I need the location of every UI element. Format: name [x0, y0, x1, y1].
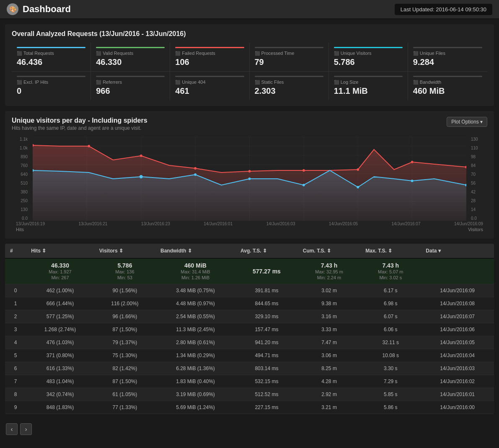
stat-bandwidth: ⬛ Bandwidth460 MiB — [408, 72, 487, 100]
summary-cum-ts: 7.43 hMax: 32.95 mMin: 2.24 m — [298, 258, 360, 284]
column-header[interactable]: # — [5, 244, 26, 258]
stat-value-valid-requests: 46.330 — [96, 57, 165, 67]
row-visitors: 87 (1.50%) — [94, 323, 155, 336]
row-avg-ts: 157.47 ms — [235, 323, 298, 336]
y-right-label: 98 — [471, 154, 485, 159]
row-avg-ts: 941.20 ms — [235, 336, 298, 349]
chart-subtitle: Hits having the same IP, date and agent … — [12, 125, 147, 131]
row-num: 5 — [5, 349, 26, 362]
prev-page-button[interactable]: ‹ — [6, 423, 18, 435]
row-data: 14/Jun/2016:03 — [421, 362, 494, 375]
y-left-label: 0.0 — [16, 216, 28, 221]
row-cum-ts: 3.16 m — [298, 310, 360, 323]
svg-point-25 — [411, 161, 414, 163]
column-header[interactable]: Visitors ⇕ — [94, 244, 155, 258]
x-label: 14/Jun/2016:05 — [329, 221, 358, 226]
dashboard-icon: 🎨 — [7, 3, 18, 15]
x-label: 13/Jun/2016:21 — [78, 221, 107, 226]
row-cum-ts: 3.33 m — [298, 323, 360, 336]
row-bandwidth: 11.3 MiB (2.45%) — [155, 323, 235, 336]
x-label: 14/Jun/2016:01 — [204, 221, 233, 226]
row-num: 3 — [5, 323, 26, 336]
row-avg-ts: 512.52 ms — [235, 388, 298, 401]
chart-title: Unique visitors per day - Including spid… — [12, 117, 147, 124]
header-title-group: 🎨 Dashboard — [7, 3, 71, 15]
chart-y-left: 1.1k1.0k8907606405103802501300.0 — [16, 137, 28, 221]
row-avg-ts: 844.65 ms — [235, 297, 298, 310]
table-row: 4 476 (1.03%) 79 (1.37%) 2.80 MiB (0.61%… — [5, 336, 494, 349]
row-bandwidth: 2.80 MiB (0.61%) — [155, 336, 235, 349]
x-label: 14/Jun/2016:03 — [266, 221, 295, 226]
row-bandwidth: 3.19 MiB (0.69%) — [155, 388, 235, 401]
svg-point-31 — [248, 178, 251, 180]
row-cum-ts: 2.92 m — [298, 388, 360, 401]
stat-value-processed-time: 79 — [255, 57, 323, 67]
row-avg-ts: 227.15 ms — [235, 401, 298, 414]
summary-avg-ts: 577.27 ms — [235, 258, 298, 284]
row-avg-ts: 391.81 ms — [235, 284, 298, 297]
stat-unique-files: ⬛ Unique Files9.284 — [408, 43, 487, 71]
svg-point-21 — [194, 167, 196, 170]
row-avg-ts: 803.14 ms — [235, 362, 298, 375]
chart-x-labels: 13/Jun/2016:1913/Jun/2016:2113/Jun/2016:… — [16, 221, 483, 226]
row-data: 14/Jun/2016:01 — [421, 388, 494, 401]
row-hits: 371 (0.80%) — [26, 349, 94, 362]
row-num: 2 — [5, 310, 26, 323]
y-left-label: 640 — [16, 172, 28, 177]
stat-unique-visitors: ⬛ Unique Visitors5.786 — [329, 43, 408, 71]
next-page-button[interactable]: › — [20, 423, 32, 435]
stat-value-static-files: 2.303 — [255, 86, 323, 96]
hits-axis-label: Hits — [16, 227, 24, 232]
row-bandwidth: 2.54 MiB (0.55%) — [155, 310, 235, 323]
visitors-axis-label: Visitors — [468, 227, 483, 232]
row-cum-ts: 9.38 m — [298, 297, 360, 310]
stat-referrers: ⬛ Referrers966 — [91, 72, 170, 100]
y-right-label: 70 — [471, 172, 485, 177]
row-max-ts: 6.06 s — [360, 323, 421, 336]
stat-label-excl-ip-hits: ⬛ Excl. IP Hits — [17, 80, 85, 85]
last-updated-badge: Last Updated: 2016-06-14 09:50:30 — [395, 4, 492, 15]
table-row: 3 1.268 (2.74%) 87 (1.50%) 11.3 MiB (2.4… — [5, 323, 494, 336]
row-visitors: 96 (1.66%) — [94, 310, 155, 323]
row-visitors: 82 (1.42%) — [94, 362, 155, 375]
chart-section: Unique visitors per day - Including spid… — [5, 111, 494, 239]
stat-label-unique-404: ⬛ Unique 404 — [175, 80, 244, 85]
svg-point-32 — [303, 184, 305, 186]
summary-row: 46.330Max: 1.927Min: 267 5.786Max: 136Mi… — [5, 258, 494, 284]
column-header[interactable]: Data ▾ — [421, 244, 494, 258]
column-header[interactable]: Bandwidth ⇕ — [155, 244, 235, 258]
row-data: 14/Jun/2016:06 — [421, 323, 494, 336]
stat-label-unique-files: ⬛ Unique Files — [413, 51, 482, 56]
svg-point-22 — [248, 170, 251, 173]
row-num: 9 — [5, 401, 26, 414]
row-num: 7 — [5, 375, 26, 388]
stat-label-total-requests: ⬛ Total Requests — [17, 51, 85, 56]
summary-empty — [5, 258, 26, 284]
y-left-label: 1.0k — [16, 146, 28, 150]
row-data: 14/Jun/2016:00 — [421, 401, 494, 414]
stat-label-processed-time: ⬛ Processed Time — [255, 51, 323, 56]
row-cum-ts: 3.06 m — [298, 349, 360, 362]
column-header[interactable]: Max. T.S. ⇕ — [360, 244, 421, 258]
stat-processed-time: ⬛ Processed Time79 — [250, 43, 329, 71]
column-header[interactable]: Avg. T.S. ⇕ — [235, 244, 298, 258]
column-header[interactable]: Cum. T.S. ⇕ — [298, 244, 360, 258]
plot-options-button[interactable]: Plot Options ▾ — [447, 117, 487, 127]
row-max-ts: 32.11 s — [360, 336, 421, 349]
stat-total-requests: ⬛ Total Requests46.436 — [12, 43, 91, 71]
row-avg-ts: 494.71 ms — [235, 349, 298, 362]
overview-section: Overall Analyzed Requests (13/Jun/2016 -… — [5, 24, 494, 106]
y-left-label: 760 — [16, 163, 28, 168]
table-row: 8 342 (0.74%) 61 (1.05%) 3.19 MiB (0.69%… — [5, 388, 494, 401]
row-visitors: 61 (1.05%) — [94, 388, 155, 401]
row-num: 4 — [5, 336, 26, 349]
y-left-label: 510 — [16, 181, 28, 185]
svg-point-23 — [303, 169, 305, 172]
y-right-label: 0.0 — [471, 216, 485, 221]
svg-point-33 — [357, 186, 359, 188]
row-cum-ts: 8.25 m — [298, 362, 360, 375]
svg-point-24 — [357, 168, 359, 171]
row-data: 14/Jun/2016:08 — [421, 297, 494, 310]
header-row: #Hits ⇕Visitors ⇕Bandwidth ⇕Avg. T.S. ⇕C… — [5, 244, 494, 258]
column-header[interactable]: Hits ⇕ — [26, 244, 94, 258]
